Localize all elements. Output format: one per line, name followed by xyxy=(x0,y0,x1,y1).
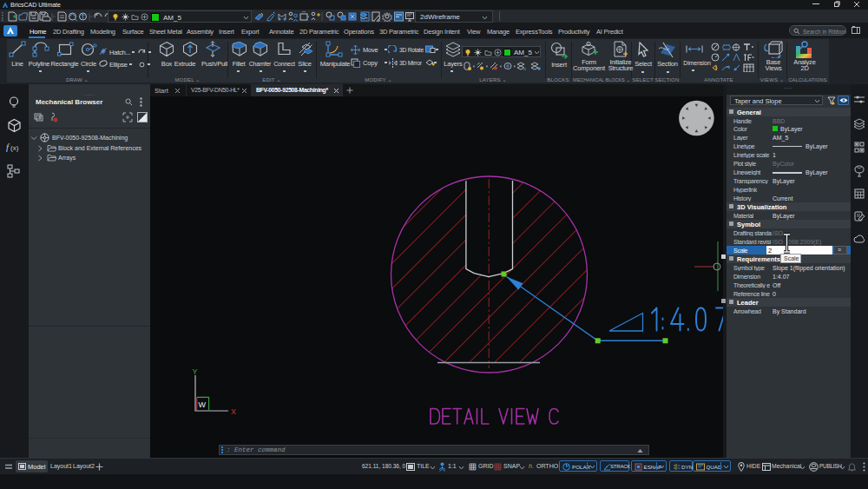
svg-text:Y: Y xyxy=(193,367,198,376)
svg-text:W: W xyxy=(199,400,207,409)
svg-text:(x): (x) xyxy=(10,144,19,152)
svg-text:X: X xyxy=(231,407,236,416)
